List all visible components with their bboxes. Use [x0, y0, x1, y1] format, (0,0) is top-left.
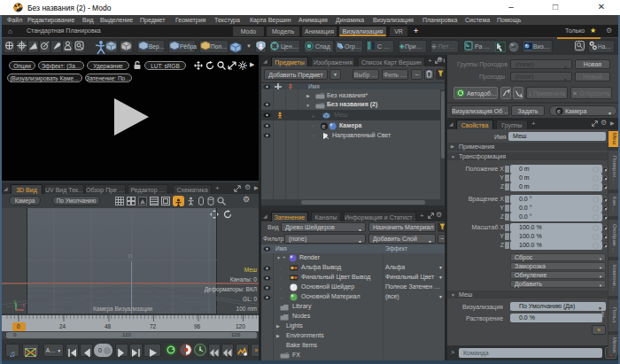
svg-text:e: e: [322, 123, 326, 129]
svg-text:X: X: [22, 303, 26, 308]
svg-text:e: e: [557, 108, 561, 114]
